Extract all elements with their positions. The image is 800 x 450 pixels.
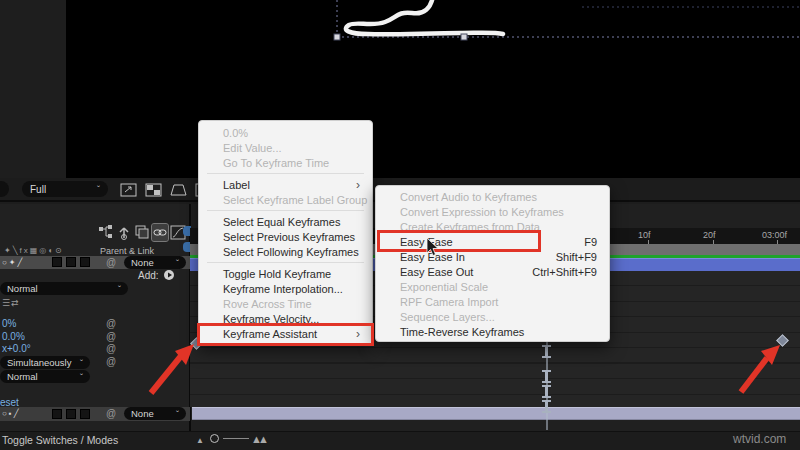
menu-item: Sequence Layers... — [376, 309, 609, 324]
toggle-switches-modes-button[interactable]: Toggle Switches / Modes — [2, 434, 118, 446]
layer-av-icons: ○▪╱ — [2, 409, 20, 418]
watermark: wtvid.com — [733, 432, 786, 446]
chevron-down-icon: ˇ — [176, 258, 179, 268]
menu-item-easy-ease-in[interactable]: Easy Ease InShift+F9 — [376, 249, 609, 264]
chevron-down-icon: ˇ — [118, 284, 121, 294]
chevron-down-icon: ˇ — [97, 184, 100, 194]
property-value[interactable]: x+0.0° — [2, 343, 31, 354]
after-effects-window: Full ˇ ✦╲fx▦◎◐⊙ Parent & Link ○✦╱ — [0, 0, 800, 450]
menu-item-label: Keyframe Velocity... — [223, 313, 360, 325]
pick-whip-icon[interactable]: @ — [106, 331, 116, 342]
timeline-bottom-bar — [0, 431, 800, 450]
zoom-slider-track[interactable] — [223, 438, 249, 439]
blend-mode-dropdown[interactable]: Normal ˇ — [0, 282, 128, 295]
switch-cell[interactable] — [52, 257, 62, 267]
resolution-dropdown[interactable]: Full ˇ — [22, 181, 108, 197]
menu-item-easy-ease[interactable]: Easy EaseF9 — [376, 234, 609, 249]
menu-item-label: Keyframe Interpolation... — [223, 283, 360, 295]
region-of-interest-icon[interactable] — [120, 183, 137, 197]
layer-duration-bar[interactable] — [192, 407, 800, 420]
keyframe-selected[interactable] — [542, 345, 551, 358]
zoom-out-icon[interactable]: ▲ — [196, 436, 204, 445]
menu-item-label: Easy Ease In — [400, 251, 542, 263]
property-value[interactable]: 0% — [2, 318, 16, 329]
menu-item[interactable]: Toggle Hold Keyframe — [199, 266, 372, 281]
pick-whip-icon[interactable]: @ — [106, 408, 116, 419]
menu-item[interactable]: Keyframe Velocity... — [199, 311, 372, 326]
property-dropdown[interactable]: Simultaneously ˇ — [0, 356, 90, 369]
keyframe-selected[interactable] — [542, 370, 551, 383]
menu-item-easy-ease-out[interactable]: Easy Ease OutCtrl+Shift+F9 — [376, 264, 609, 279]
composition-viewport — [66, 0, 800, 178]
parent-dropdown[interactable]: None ˇ — [124, 256, 186, 269]
chevron-down-icon: ˇ — [80, 372, 83, 382]
menu-item-label: Toggle Hold Keyframe — [223, 268, 360, 280]
property-dropdown-value: Normal — [7, 371, 38, 382]
pick-whip-icon[interactable]: @ — [106, 318, 116, 329]
keyframe-selected[interactable] — [542, 385, 551, 398]
menu-item-label: Convert Expression to Keyframes — [400, 206, 597, 218]
switch-cell[interactable] — [66, 257, 76, 267]
menu-item: Rove Across Time — [199, 296, 372, 311]
menu-item: Create Keyframes from Data — [376, 219, 609, 234]
switch-cell[interactable] — [80, 257, 90, 267]
menu-item[interactable]: Select Previous Keyframes — [199, 229, 372, 244]
menu-shortcut: Shift+F9 — [556, 251, 597, 263]
menu-item-label: Create Keyframes from Data — [400, 221, 597, 233]
switch-cell[interactable] — [52, 409, 62, 419]
menu-item-keyframe-assistant[interactable]: Keyframe Assistant› — [199, 326, 372, 341]
auto-keyframe-icon[interactable] — [116, 224, 132, 241]
layer-av-icons: ○✦╱ — [2, 258, 24, 267]
menu-item[interactable]: Keyframe Interpolation... — [199, 281, 372, 296]
ruler-label: 10f — [638, 230, 651, 240]
menu-item[interactable]: Select Following Keyframes — [199, 244, 372, 259]
menu-item: Go To Keyframe Time — [199, 155, 372, 170]
comp-flowchart-icon[interactable] — [98, 224, 114, 241]
property-dropdown[interactable]: Normal ˇ — [0, 370, 90, 383]
menu-item-label: RPF Camera Import — [400, 296, 597, 308]
layer-row[interactable]: ○▪╱ @ None ˇ — [0, 407, 190, 421]
menu-shortcut: Ctrl+Shift+F9 — [532, 266, 597, 278]
pick-whip-icon[interactable]: @ — [106, 343, 116, 354]
add-label: Add: — [138, 270, 159, 281]
pick-whip-icon[interactable]: @ — [106, 356, 116, 367]
transfer-controls-icons[interactable]: ☰⇄ — [2, 298, 20, 308]
switch-cell[interactable] — [80, 409, 90, 419]
switch-cell[interactable] — [66, 409, 76, 419]
keyframe-selected[interactable] — [542, 400, 551, 413]
menu-separator — [207, 210, 364, 211]
menu-item[interactable]: Time-Reverse Keyframes — [376, 324, 609, 339]
add-button[interactable] — [163, 269, 175, 281]
chevron-down-icon: ˇ — [176, 409, 179, 419]
menu-item-label-submenu[interactable]: Label› — [199, 177, 372, 192]
menu-item-label: Time-Reverse Keyframes — [400, 326, 597, 338]
menu-item-label: 0.0% — [223, 127, 360, 139]
keyframe-assistant-submenu: Convert Audio to Keyframes Convert Expre… — [375, 185, 610, 342]
menu-item: RPF Camera Import — [376, 294, 609, 309]
zoom-in-icon[interactable]: ▲▲ — [251, 433, 265, 445]
menu-item: Select Keyframe Label Group› — [199, 192, 372, 207]
menu-separator — [207, 262, 364, 263]
menu-item-label: Keyframe Assistant — [223, 328, 346, 340]
parent-dropdown[interactable]: None ˇ — [124, 407, 186, 420]
submenu-arrow-icon: › — [356, 328, 360, 340]
timeline-zoom-slider[interactable] — [210, 434, 219, 443]
blend-mode-value: Normal — [7, 283, 38, 294]
mask-visibility-icon[interactable] — [170, 183, 187, 197]
menu-item[interactable]: Select Equal Keyframes — [199, 214, 372, 229]
layers-icon[interactable] — [134, 224, 150, 241]
pick-whip-icon[interactable]: @ — [106, 257, 116, 268]
transparency-grid-icon[interactable] — [145, 183, 162, 197]
menu-item-label: Edit Value... — [223, 142, 360, 154]
menu-shortcut: F9 — [584, 236, 597, 248]
menu-item: Convert Audio to Keyframes — [376, 189, 609, 204]
menu-item-label: Easy Ease Out — [400, 266, 518, 278]
comp-panel-gutter — [0, 0, 66, 178]
menu-item-label: Select Equal Keyframes — [223, 216, 360, 228]
menu-item-label: Exponential Scale — [400, 281, 597, 293]
ruler-label: 03:00f — [762, 230, 787, 240]
resolution-value: Full — [30, 184, 46, 195]
property-value[interactable]: 0.0% — [2, 331, 25, 342]
link-icon[interactable] — [152, 224, 168, 241]
selected-layer-row[interactable]: ○✦╱ @ None ˇ — [0, 256, 190, 269]
